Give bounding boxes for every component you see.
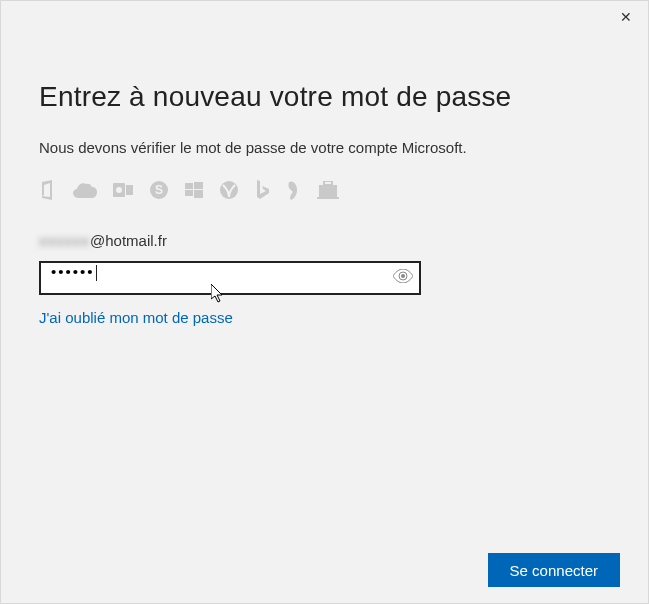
account-email: xxxxxx@hotmail.fr bbox=[39, 232, 610, 249]
email-domain: @hotmail.fr bbox=[90, 232, 167, 249]
svg-point-2 bbox=[116, 187, 122, 193]
email-user-masked: xxxxxx bbox=[39, 232, 90, 249]
msn-icon bbox=[285, 180, 301, 204]
reveal-password-button[interactable] bbox=[393, 269, 413, 287]
windows-icon bbox=[185, 181, 203, 203]
svg-text:S: S bbox=[155, 183, 163, 197]
svg-rect-6 bbox=[194, 182, 203, 189]
password-input[interactable]: •••••• bbox=[39, 261, 421, 295]
close-icon: ✕ bbox=[620, 9, 632, 25]
password-mask-text: •••••• bbox=[51, 263, 95, 280]
page-subtitle: Nous devons vérifier le mot de passe de … bbox=[39, 139, 610, 156]
svg-rect-8 bbox=[194, 190, 203, 198]
svg-rect-11 bbox=[324, 181, 332, 185]
service-icons-row: S bbox=[39, 180, 610, 204]
svg-rect-5 bbox=[185, 183, 193, 189]
page-title: Entrez à nouveau votre mot de passe bbox=[39, 81, 610, 113]
svg-rect-1 bbox=[126, 185, 133, 195]
onedrive-icon bbox=[73, 182, 97, 202]
office-icon bbox=[39, 180, 57, 204]
password-field-wrapper: •••••• bbox=[39, 261, 421, 295]
svg-rect-12 bbox=[317, 197, 339, 199]
skype-icon: S bbox=[149, 180, 169, 204]
store-icon bbox=[317, 181, 339, 203]
dialog-content: Entrez à nouveau votre mot de passe Nous… bbox=[1, 1, 648, 327]
close-button[interactable]: ✕ bbox=[612, 5, 640, 29]
forgot-password-link[interactable]: J'ai oublié mon mot de passe bbox=[39, 309, 233, 326]
outlook-icon bbox=[113, 181, 133, 203]
svg-rect-10 bbox=[319, 185, 337, 197]
signin-button[interactable]: Se connecter bbox=[488, 553, 620, 587]
eye-icon bbox=[393, 269, 413, 283]
bing-icon bbox=[255, 180, 269, 204]
svg-point-13 bbox=[401, 274, 405, 278]
text-caret bbox=[96, 265, 97, 281]
svg-rect-7 bbox=[185, 190, 193, 196]
xbox-icon bbox=[219, 180, 239, 204]
